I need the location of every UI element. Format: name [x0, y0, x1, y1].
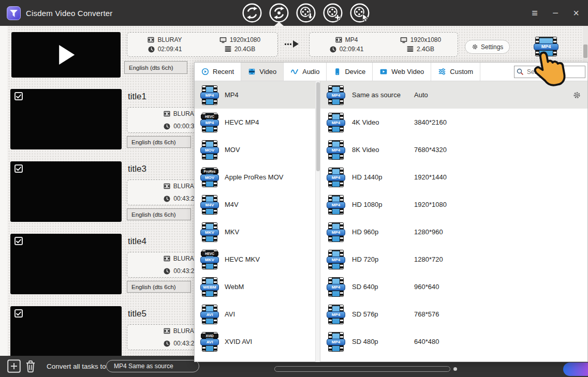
format-option[interactable]: WEBM WebM — [195, 273, 320, 300]
preset-badge: MP4 — [327, 202, 345, 208]
preset-resolution: 1280*960 — [414, 228, 443, 236]
settings-button[interactable]: Settings — [465, 40, 510, 54]
format-option[interactable]: XVID AVI XVID AVI — [195, 328, 320, 355]
format-badge: M4V — [200, 202, 219, 208]
convert-button[interactable] — [563, 363, 588, 376]
preset-name: HD 720p — [352, 255, 414, 263]
preset-badge: MP4 — [327, 119, 345, 126]
target-duration: 02:09:41 — [310, 46, 384, 53]
global-format-selector[interactable]: MP4 Same as source — [106, 360, 199, 372]
target-resolution: 1920x1080 — [384, 36, 458, 43]
preset-option[interactable]: MP4 SD 480p 640*480 — [320, 328, 587, 355]
mode-switcher — [241, 2, 371, 24]
preset-badge: MP4 — [327, 284, 345, 291]
clock-icon — [148, 46, 155, 53]
format-label: WebM — [225, 283, 244, 291]
preset-name: HD 1080p — [352, 201, 414, 208]
preset-option[interactable]: MP4 SD 640p 960*640 — [320, 273, 587, 300]
preset-option[interactable]: MP4 HD 1440p 1920*1440 — [320, 163, 587, 191]
task-checkbox[interactable] — [14, 309, 23, 318]
preset-gear-icon[interactable] — [572, 91, 581, 99]
download-icon[interactable] — [295, 2, 317, 24]
preset-option[interactable]: MP4 4K Video 3840*2160 — [320, 109, 587, 136]
task-row: title3 BLURAY 00:43:28 English (dts 6ch) — [10, 161, 202, 229]
edit-icon[interactable] — [322, 2, 344, 24]
tab-custom[interactable]: Custom — [431, 63, 480, 81]
format-label: MKV — [225, 228, 239, 236]
video-thumbnail[interactable] — [10, 161, 122, 222]
preset-option[interactable]: MP4 HD 720p 1280*720 — [320, 246, 587, 273]
film-icon — [164, 183, 170, 189]
source-format: BLURAY — [127, 36, 202, 43]
format-label: XVID AVI — [225, 338, 252, 345]
task-checkbox[interactable] — [14, 164, 23, 173]
preset-name: SD 576p — [352, 310, 414, 318]
rip-icon[interactable] — [268, 2, 290, 24]
audio-track-select[interactable]: English (dts 6ch) — [127, 208, 191, 220]
tab-web-video[interactable]: Web Video — [373, 63, 431, 81]
format-option[interactable]: MKV MKV — [195, 218, 320, 246]
video-thumbnail[interactable] — [10, 234, 122, 294]
add-file-button[interactable] — [7, 359, 21, 373]
task-title: title3 — [128, 164, 146, 174]
active-video-thumbnail[interactable] — [11, 32, 121, 78]
format-filmstrip-icon: HEVC MP4 — [202, 113, 217, 132]
preset-name: HD 1440p — [352, 173, 414, 181]
preset-option[interactable]: MP4 HD 1080p 1920*1080 — [320, 191, 587, 218]
film-icon — [164, 255, 170, 262]
format-option[interactable]: MOV MOV — [195, 136, 320, 163]
audio-track-select[interactable]: English (dts 6ch) — [127, 281, 191, 293]
format-option[interactable]: ProRes MOV Apple ProRes MOV — [195, 163, 320, 191]
format-filmstrip-icon: WEBM — [202, 277, 217, 297]
preset-option[interactable]: MP4 SD 576p 768*576 — [320, 300, 587, 328]
task-duration: 00:43:28 — [127, 192, 205, 205]
progress-knob[interactable] — [453, 367, 457, 371]
format-option[interactable]: HEVC MP4 HEVC MP4 — [195, 109, 320, 136]
task-checkbox[interactable] — [14, 237, 23, 245]
tab-audio[interactable]: Audio — [284, 63, 327, 81]
window-controls: ≡ − × — [528, 0, 583, 26]
custom-icon — [438, 68, 446, 76]
preset-option[interactable]: MP4 8K Video 7680*4320 — [320, 136, 587, 163]
minimize-icon[interactable]: − — [549, 7, 562, 19]
preset-badge: MP4 — [327, 92, 345, 99]
tab-recent[interactable]: Recent — [195, 63, 241, 81]
format-top-badge: HEVC — [201, 251, 218, 256]
source-info-box: BLURAY 1920x1080 02:09:41 20.4GB — [127, 32, 278, 57]
tab-device[interactable]: Device — [327, 63, 373, 81]
preset-name: HD 960p — [352, 228, 414, 236]
preset-option[interactable]: MP4 Same as source Auto — [320, 81, 587, 109]
task-duration: 00:43:27 — [127, 265, 205, 277]
toolkit-icon[interactable] — [349, 2, 371, 24]
format-option[interactable]: MP4 MP4 — [195, 81, 320, 109]
window-scrollbar-thumb[interactable] — [583, 44, 587, 58]
format-filmstrip-icon: XVID AVI — [202, 332, 217, 352]
format-option[interactable]: AVI AVI — [195, 300, 320, 328]
tab-video[interactable]: Video — [241, 63, 284, 81]
search-input[interactable] — [514, 66, 585, 78]
target-size: 2.4GB — [384, 46, 458, 53]
menu-icon[interactable]: ≡ — [528, 7, 541, 19]
output-format-button[interactable]: MP4 — [535, 37, 557, 56]
format-option[interactable]: HEVC MKV HEVC MKV — [195, 246, 320, 273]
video-thumbnail[interactable] — [10, 89, 122, 149]
gear-icon — [472, 43, 478, 50]
audio-track-select[interactable]: English (dts 6ch) — [124, 61, 187, 74]
preset-filmstrip-icon: MP4 — [328, 222, 344, 242]
preset-filmstrip-icon: MP4 — [328, 195, 344, 215]
target-format: MP4 — [310, 36, 384, 43]
preset-option[interactable]: MP4 HD 960p 1280*960 — [320, 218, 587, 246]
format-option[interactable]: M4V M4V — [195, 191, 320, 218]
left-gutter — [0, 26, 7, 377]
audio-track-select[interactable]: English (dts 6ch) — [127, 136, 191, 148]
progress-track — [274, 366, 450, 372]
task-checkbox[interactable] — [14, 92, 23, 100]
play-icon[interactable] — [59, 45, 75, 65]
preset-name: 4K Video — [352, 118, 414, 126]
close-icon[interactable]: × — [569, 7, 583, 19]
convert-icon[interactable] — [241, 2, 263, 24]
disk-icon — [225, 46, 231, 52]
preset-resolution: 1280*720 — [414, 255, 443, 263]
delete-task-button[interactable] — [24, 359, 37, 373]
format-list-scrollbar-thumb[interactable] — [316, 82, 320, 171]
